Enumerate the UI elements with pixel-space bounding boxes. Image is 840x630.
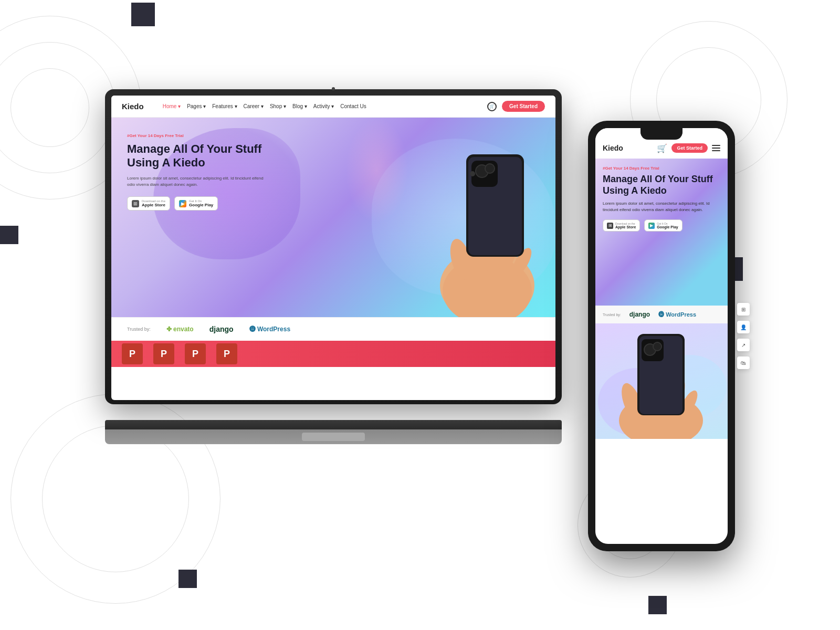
get-started-button[interactable]: Get Started xyxy=(502,101,545,112)
side-icon-bag[interactable]: 🛍 xyxy=(737,356,750,369)
apple-store-button[interactable]: ⊞ Download on the Apple Store xyxy=(127,196,170,211)
mobile-trusted-label: Trusted by: xyxy=(603,313,621,317)
mobile-trial-text: #Get Your 14 Days Free Trial xyxy=(603,166,720,171)
main-container: Kiedo Home ▾ Pages ▾ Features ▾ Career ▾… xyxy=(0,0,840,630)
red-icon-1: P xyxy=(122,343,143,364)
django-logo: django xyxy=(209,325,234,333)
red-icon-3: P xyxy=(185,343,206,364)
nav-link-activity[interactable]: Activity ▾ xyxy=(313,103,334,109)
devices-wrapper: Kiedo Home ▾ Pages ▾ Features ▾ Career ▾… xyxy=(105,89,735,562)
mobile-google-play-text: Get It On Google Play xyxy=(657,222,678,229)
mobile-apple-name: Apple Store xyxy=(615,225,636,229)
laptop-trackpad xyxy=(302,433,365,441)
trial-text: #Get Your 14 Days Free Trial xyxy=(127,133,264,138)
mobile-phone-device: Kiedo 🛒 Get Started #Get Your 14 Days Fr… xyxy=(588,121,735,551)
laptop-bottom-bar xyxy=(105,429,562,444)
side-icon-share[interactable]: ↗ xyxy=(737,339,750,351)
hamburger-line-2 xyxy=(712,148,720,149)
trusted-label: Trusted by: xyxy=(127,327,151,332)
svg-point-25 xyxy=(653,342,662,351)
laptop-nav-links: Home ▾ Pages ▾ Features ▾ Career ▾ Shop … xyxy=(163,103,366,109)
laptop-camera xyxy=(332,87,335,90)
mobile-phone-illustration xyxy=(595,323,728,439)
google-play-text: Get It On Google Play xyxy=(189,200,213,208)
laptop-logo: Kiedo xyxy=(122,102,144,111)
mobile-wordpress-logo: 🅦 WordPress xyxy=(658,311,696,318)
mobile-outer: Kiedo 🛒 Get Started #Get Your 14 Days Fr… xyxy=(588,121,735,551)
side-icon-grid[interactable]: ⊞ xyxy=(737,303,750,316)
apple-store-name: Apple Store xyxy=(142,203,165,208)
nav-link-shop[interactable]: Shop ▾ xyxy=(270,103,286,109)
mobile-logo: Kiedo xyxy=(603,144,653,152)
apple-store-text: Download on the Apple Store xyxy=(142,200,165,208)
mobile-hero-description: Lorem ipsum dolor sit amet, consectetur … xyxy=(603,201,720,213)
nav-link-pages[interactable]: Pages ▾ xyxy=(187,103,206,109)
laptop-hero: #Get Your 14 Days Free Trial Manage All … xyxy=(111,118,555,317)
nav-link-career[interactable]: Career ▾ xyxy=(244,103,264,109)
blob-pink xyxy=(345,118,408,223)
laptop-hinge-bar xyxy=(105,420,562,429)
nav-link-features[interactable]: Features ▾ xyxy=(212,103,237,109)
nav-link-home[interactable]: Home ▾ xyxy=(163,103,181,109)
trusted-bar: Trusted by: ✤ envato django 🅦 WordPress xyxy=(111,317,555,341)
mobile-google-icon: ▶ xyxy=(648,223,655,229)
hamburger-line-3 xyxy=(712,150,720,151)
laptop-device: Kiedo Home ▾ Pages ▾ Features ▾ Career ▾… xyxy=(105,89,562,467)
mobile-trusted-bar: Trusted by: django 🅦 WordPress xyxy=(595,306,728,323)
laptop-navbar: Kiedo Home ▾ Pages ▾ Features ▾ Career ▾… xyxy=(111,96,555,118)
hamburger-line-1 xyxy=(712,145,720,146)
laptop-outer: Kiedo Home ▾ Pages ▾ Features ▾ Career ▾… xyxy=(105,89,562,404)
laptop-screen: Kiedo Home ▾ Pages ▾ Features ▾ Career ▾… xyxy=(111,96,555,400)
mobile-apple-store-button[interactable]: ⊞ Download on the Apple Store xyxy=(603,219,640,232)
laptop-base xyxy=(105,420,562,467)
hand-phone-svg xyxy=(429,139,545,317)
mobile-apple-store-text: Download on the Apple Store xyxy=(615,222,636,229)
mobile-hero: #Get Your 14 Days Free Trial Manage All … xyxy=(595,159,728,306)
store-buttons: ⊞ Download on the Apple Store ▶ xyxy=(127,196,264,211)
google-play-icon: ▶ xyxy=(179,200,186,207)
hero-description: Lorem ipsum dolor sit amet, consectetur … xyxy=(127,175,264,188)
mobile-notch xyxy=(640,128,682,140)
red-icon-4: P xyxy=(216,343,237,364)
red-icon-2: P xyxy=(153,343,174,364)
svg-point-11 xyxy=(485,164,495,173)
red-strip: P P P P xyxy=(111,341,555,367)
svg-point-12 xyxy=(470,171,475,176)
mobile-apple-icon: ⊞ xyxy=(607,223,613,229)
mobile-hand-svg xyxy=(595,323,727,439)
cart-icon[interactable]: 🛒 xyxy=(487,102,497,111)
hero-content: #Get Your 14 Days Free Trial Manage All … xyxy=(127,133,264,211)
mobile-hero-title: Manage All Of Your Stuff Using A Kiedo xyxy=(603,174,720,196)
hamburger-menu[interactable] xyxy=(712,145,720,151)
mobile-django-logo: django xyxy=(629,311,650,318)
wordpress-logo: 🅦 WordPress xyxy=(249,326,290,333)
mobile-cart-icon[interactable]: 🛒 xyxy=(657,143,667,153)
nav-link-contact[interactable]: Contact Us xyxy=(340,103,366,109)
google-play-button[interactable]: ▶ Get It On Google Play xyxy=(174,196,218,211)
google-play-name: Google Play xyxy=(189,203,213,208)
hero-title: Manage All Of Your Stuff Using A Kiedo xyxy=(127,142,264,170)
mobile-side-icons: ⊞ 👤 ↗ 🛍 xyxy=(737,303,750,369)
side-icon-user[interactable]: 👤 xyxy=(737,321,750,333)
apple-icon: ⊞ xyxy=(132,200,139,207)
mobile-get-started-button[interactable]: Get Started xyxy=(671,143,708,153)
mobile-screen: Kiedo 🛒 Get Started #Get Your 14 Days Fr… xyxy=(595,128,728,544)
mobile-google-name: Google Play xyxy=(657,225,678,229)
laptop-nav-right: 🛒 Get Started xyxy=(487,101,545,112)
nav-link-blog[interactable]: Blog ▾ xyxy=(292,103,307,109)
envato-logo: ✤ envato xyxy=(166,326,194,333)
mobile-google-play-button[interactable]: ▶ Get It On Google Play xyxy=(644,219,682,232)
hand-phone-illustration xyxy=(429,139,545,317)
mobile-store-buttons: ⊞ Download on the Apple Store ▶ Get It O… xyxy=(603,219,720,232)
